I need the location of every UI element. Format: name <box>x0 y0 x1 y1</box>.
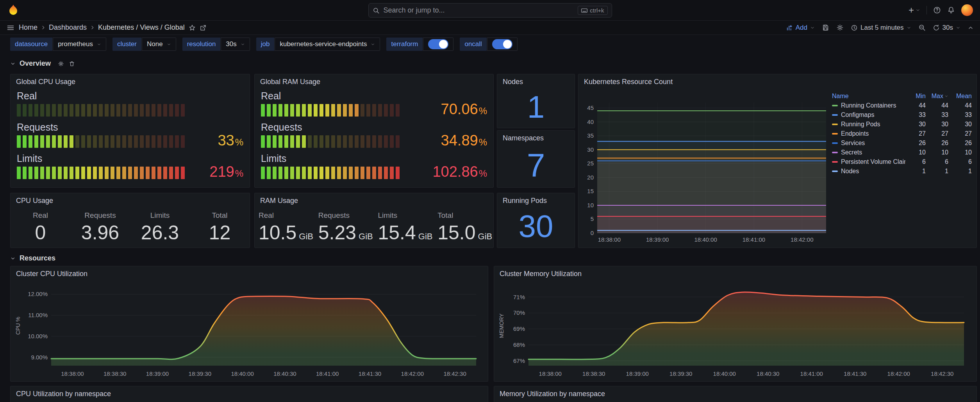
stat-grid: Real 0 Requests 3.96 Limits 26.3 Total 1… <box>11 210 250 244</box>
panel-title[interactable]: CPU Usage <box>11 193 250 208</box>
toggle-knob <box>503 40 512 48</box>
svg-text:18:39:30: 18:39:30 <box>189 370 211 377</box>
svg-text:18:39:00: 18:39:00 <box>626 370 649 377</box>
cpu-utilization-chart[interactable]: 9.00%10.00%11.00%12.00%18:38:0018:38:301… <box>14 281 482 379</box>
collapse-up-icon[interactable] <box>968 25 974 31</box>
svg-text:18:40:30: 18:40:30 <box>273 370 296 377</box>
variable-value-dropdown[interactable]: None <box>142 38 176 51</box>
panel-title[interactable]: Memory Utilization by namespace <box>494 386 976 402</box>
chevron-down-icon <box>916 8 920 13</box>
stat-value: 30 <box>497 206 575 246</box>
variable-resolution: resolution 30s <box>182 38 250 51</box>
series-color-swatch <box>832 152 838 153</box>
svg-text:18:41:30: 18:41:30 <box>844 370 866 377</box>
help-button[interactable] <box>933 6 941 14</box>
variable-value-dropdown[interactable]: kubernetes-service-endpoints <box>275 38 380 51</box>
resource-count-chart[interactable]: 05101520253035404518:38:0018:39:0018:40:… <box>582 88 832 245</box>
gauge-limits: Limits 102.86% <box>261 153 487 179</box>
series-color-swatch <box>832 161 838 163</box>
refresh-picker[interactable]: 30s <box>933 24 960 32</box>
time-range-label: Last 5 minutes <box>860 24 904 32</box>
row-title: Overview <box>20 59 51 68</box>
stat-real: Real 10.5GiB <box>255 210 314 244</box>
breadcrumb-home[interactable]: Home <box>19 23 37 32</box>
variable-cluster: cluster None <box>112 38 176 51</box>
panel-title[interactable]: CPU Utilization by namespace <box>11 386 488 402</box>
variable-value-dropdown[interactable]: prometheus <box>53 38 106 51</box>
zoom-out-icon[interactable] <box>918 24 926 31</box>
add-panel-button[interactable]: Add <box>786 24 815 32</box>
svg-text:18:40:00: 18:40:00 <box>694 236 717 243</box>
svg-text:CPU %: CPU % <box>15 317 21 335</box>
row-overview[interactable]: Overview <box>10 59 75 68</box>
legend-col-min[interactable]: Min <box>905 93 926 100</box>
stat-requests: Requests 3.96 <box>70 210 130 244</box>
time-range-picker[interactable]: Last 5 minutes <box>851 24 911 32</box>
series-color-swatch <box>832 105 838 106</box>
row-actions <box>58 61 75 67</box>
panel-cpu-usage: CPU Usage Real 0 Requests 3.96 Limits 26… <box>10 193 250 248</box>
gauge-value: 70.06% <box>407 102 487 117</box>
toggle-label: oncall <box>460 38 486 51</box>
svg-text:18:41:00: 18:41:00 <box>743 236 765 243</box>
toggle-terraform: terraform <box>386 38 453 51</box>
star-icon[interactable] <box>189 24 196 31</box>
trash-icon[interactable] <box>69 61 75 67</box>
variable-value-dropdown[interactable]: 30s <box>221 38 250 51</box>
gauge-label: Real <box>17 90 189 102</box>
panel-title[interactable]: Global CPU Usage <box>11 74 250 90</box>
chevron-down-icon <box>10 61 16 66</box>
settings-gear-icon[interactable] <box>836 24 844 31</box>
gauge-value: 219% <box>193 164 243 179</box>
svg-text:18:38:00: 18:38:00 <box>539 370 562 377</box>
svg-text:18:42:00: 18:42:00 <box>401 370 424 377</box>
menu-icon[interactable] <box>6 23 15 32</box>
legend-col-max[interactable]: Max <box>926 93 948 100</box>
user-avatar[interactable] <box>961 4 973 16</box>
chevron-right-icon <box>90 25 95 30</box>
chevron-down-icon <box>956 25 960 30</box>
panel-title[interactable]: Cluster Memory Utilization <box>494 266 976 282</box>
oncall-toggle-switch[interactable] <box>492 39 512 49</box>
panel-title[interactable]: RAM Usage <box>255 193 493 208</box>
grafana-logo-icon[interactable] <box>7 4 20 16</box>
memory-utilization-chart[interactable]: 67%68%69%70%71%18:38:0018:38:3018:39:001… <box>497 281 972 379</box>
panel-title[interactable]: Cluster CPU Utilization <box>11 266 488 282</box>
search-placeholder: Search or jump to... <box>384 6 574 14</box>
legend-row: Endpoints 27 27 27 <box>832 129 972 138</box>
panel-title[interactable]: Global RAM Usage <box>255 74 493 90</box>
variable-label: cluster <box>112 38 141 51</box>
gauge-label: Requests <box>17 122 189 133</box>
terraform-toggle-switch[interactable] <box>428 39 448 49</box>
stat-value: 1 <box>497 88 575 126</box>
row-resources[interactable]: Resources <box>10 254 55 262</box>
svg-text:69%: 69% <box>513 325 525 332</box>
new-menu-button[interactable]: + <box>909 5 920 15</box>
stat-requests: Requests 5.23GiB <box>314 210 374 244</box>
stat-real: Real 0 <box>11 210 70 244</box>
row-settings-gear-icon[interactable] <box>58 61 64 67</box>
share-icon[interactable] <box>200 24 207 31</box>
gauge-label: Requests <box>261 122 403 133</box>
variable-datasource: datasource prometheus <box>10 38 106 51</box>
svg-text:0: 0 <box>591 230 594 236</box>
svg-text:10: 10 <box>587 202 594 208</box>
breadcrumb-dashboards[interactable]: Dashboards <box>49 23 87 32</box>
panel-namespaces: Namespaces 7 <box>497 130 575 188</box>
save-icon[interactable] <box>822 24 829 31</box>
svg-text:18:41:00: 18:41:00 <box>800 370 823 377</box>
gauge-real: Real 70.06% <box>261 90 487 117</box>
svg-text:18:39:30: 18:39:30 <box>669 370 692 377</box>
search-input[interactable]: Search or jump to... ctrl+k <box>368 3 612 18</box>
plus-icon: + <box>909 5 914 15</box>
help-icon <box>933 6 941 14</box>
gauge-requests: Requests 34.89% <box>261 122 487 148</box>
svg-text:18:41:00: 18:41:00 <box>316 370 339 377</box>
legend-col-mean[interactable]: Mean <box>948 93 972 100</box>
retro-lcd-bar-gauge <box>17 167 189 179</box>
divider <box>926 6 927 14</box>
refresh-icon <box>933 24 940 31</box>
svg-text:11.00%: 11.00% <box>28 312 48 318</box>
notifications-button[interactable] <box>947 6 955 14</box>
legend-col-name[interactable]: Name <box>832 93 905 100</box>
